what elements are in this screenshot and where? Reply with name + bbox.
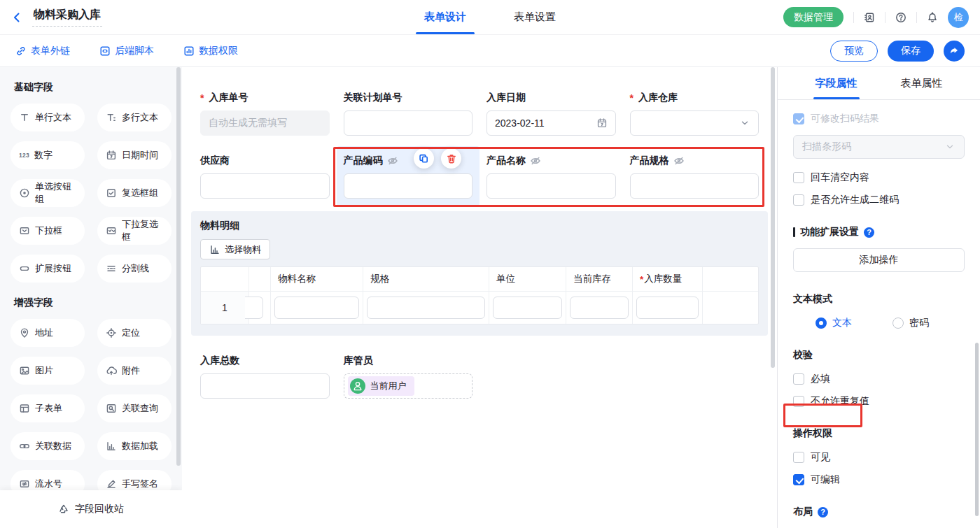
tab-form-design[interactable]: 表单设计 — [424, 0, 466, 34]
radio-password-mode[interactable]: 密码 — [892, 317, 929, 329]
tab-form-properties[interactable]: 表单属性 — [901, 67, 943, 99]
field-inbound-date[interactable]: 入库日期 2023-02-11 — [486, 91, 616, 136]
plan-no-input[interactable] — [344, 110, 473, 136]
add-action-button[interactable]: 添加操作 — [793, 248, 965, 272]
help-icon[interactable]: ? — [864, 227, 874, 238]
option-required[interactable]: 必填 — [793, 373, 965, 385]
form-title[interactable]: 物料采购入库 — [32, 8, 102, 27]
section-text-mode: 文本模式 — [793, 293, 965, 306]
field-pill-关联查询[interactable]: 关联查询 — [97, 394, 172, 422]
checkbox-enter-clear[interactable] — [793, 172, 804, 183]
current-user-tag[interactable]: 当前用户 — [348, 376, 414, 396]
keeper-member-picker[interactable]: 当前用户 — [344, 373, 473, 399]
user-avatar[interactable]: 检 — [948, 7, 969, 28]
delete-field-button[interactable] — [441, 148, 461, 169]
field-pill-单行文本[interactable]: 单行文本 — [10, 104, 85, 131]
subform-cell-input[interactable] — [274, 297, 359, 319]
share-button[interactable] — [944, 41, 965, 62]
field-pill-数据加载[interactable]: 数据加载 — [97, 432, 172, 460]
field-pill-多行文本[interactable]: 多行文本 — [97, 104, 172, 131]
tab-field-properties[interactable]: 字段属性 — [816, 67, 858, 99]
backend-script-action[interactable]: 后端脚本 — [99, 45, 154, 57]
canvas-scrollbar[interactable] — [771, 67, 775, 368]
warehouse-select[interactable] — [630, 110, 760, 136]
select-material-button[interactable]: 选择物料 — [200, 239, 270, 259]
field-pill-下拉框[interactable]: 下拉框 — [10, 217, 85, 245]
field-pill-定位[interactable]: 定位 — [97, 319, 172, 347]
field-product-code-selected[interactable]: 产品编码 — [337, 146, 480, 206]
section-layout: 布局 ? — [793, 506, 965, 518]
option-visible[interactable]: 可见 — [793, 451, 965, 464]
field-inbound-no[interactable]: *入库单号 自动生成无需填写 — [200, 91, 330, 136]
radio-text-mode[interactable]: 文本 — [816, 317, 852, 329]
field-pill-扩展按钮[interactable]: 扩展按钮 — [10, 255, 85, 283]
preview-button[interactable]: 预览 — [830, 41, 878, 62]
radio-text[interactable] — [816, 317, 827, 329]
material-detail-subform[interactable]: 物料明细 选择物料 1物料名称规格单位当前库存*入库数量 — [191, 211, 768, 336]
radio-password[interactable] — [892, 317, 904, 329]
tab-form-settings[interactable]: 表单设置 — [514, 0, 556, 34]
checkbox-visible[interactable] — [793, 452, 804, 463]
subform-cell-input[interactable] — [570, 297, 629, 319]
field-pill-地址[interactable]: 地址 — [10, 319, 85, 347]
panel-scrollbar[interactable] — [975, 343, 979, 516]
notification-bell-icon[interactable] — [927, 12, 938, 23]
save-button[interactable]: 保存 — [888, 41, 934, 62]
subform-cell-input[interactable] — [636, 297, 699, 319]
field-pill-附件[interactable]: 附件 — [97, 357, 172, 385]
subform-cell-input[interactable] — [367, 297, 485, 319]
product-spec-input[interactable] — [630, 173, 760, 199]
checkbox-allow-qrcode[interactable] — [793, 194, 804, 206]
option-no-duplicate[interactable]: 不允许重复值 — [793, 395, 965, 408]
supplier-input[interactable] — [200, 173, 330, 199]
data-permission-action[interactable]: 数据权限 — [183, 45, 238, 57]
option-editable[interactable]: 可编辑 — [793, 473, 965, 486]
copy-field-button[interactable] — [414, 148, 434, 169]
divider — [853, 12, 854, 23]
field-plan-no[interactable]: 关联计划单号 — [344, 91, 473, 136]
field-pill-label: 多行文本 — [122, 111, 158, 124]
field-product-spec[interactable]: 产品规格 — [630, 154, 760, 199]
field-supplier[interactable]: 供应商 — [200, 154, 330, 199]
option-enter-clear[interactable]: 回车清空内容 — [793, 171, 965, 184]
help-icon[interactable] — [895, 12, 906, 23]
field-pill-复选框组[interactable]: 复选框组 — [97, 179, 172, 207]
field-inbound-total[interactable]: 入库总数 — [200, 354, 330, 399]
field-pill-关联数据[interactable]: 关联数据 — [10, 432, 85, 460]
checkbox-no-duplicate[interactable] — [793, 396, 804, 407]
field-warehouse[interactable]: *入库仓库 — [630, 91, 760, 136]
inbound-no-input[interactable]: 自动生成无需填写 — [200, 110, 330, 136]
checkbox-scan-result[interactable] — [793, 113, 804, 124]
help-icon[interactable]: ? — [818, 507, 828, 518]
section-permission: 操作权限 — [793, 427, 965, 440]
external-link-action[interactable]: 表单外链 — [15, 45, 70, 57]
field-pill-单选按钮组[interactable]: 单选按钮组 — [10, 179, 85, 207]
checkbox-editable[interactable] — [793, 474, 804, 485]
option-editable-scan-result[interactable]: 可修改扫码结果 — [793, 113, 965, 125]
scan-type-select[interactable]: 扫描条形码 — [793, 135, 965, 159]
product-code-input[interactable] — [344, 173, 473, 199]
subform-column-header: 当前库存 — [566, 267, 632, 292]
field-label: 产品名称 — [486, 155, 526, 167]
inbound-total-input[interactable] — [200, 373, 330, 399]
field-pill-图片[interactable]: 图片 — [10, 357, 85, 385]
field-pill-下拉复选框[interactable]: 下拉复选框 — [97, 217, 172, 245]
address-book-icon[interactable] — [864, 12, 875, 23]
subform-cell-input[interactable] — [493, 297, 562, 319]
sidebar-scrollbar[interactable] — [176, 67, 181, 466]
field-recycle-bin[interactable]: 字段回收站 — [0, 490, 182, 528]
field-pill-分割线[interactable]: 分割线 — [97, 255, 172, 283]
field-pill-数字[interactable]: 123数字 — [10, 141, 85, 169]
data-manage-button[interactable]: 数据管理 — [783, 7, 844, 27]
checkbox-required[interactable] — [793, 373, 804, 385]
product-name-input[interactable] — [486, 173, 616, 199]
inbound-date-input[interactable]: 2023-02-11 — [486, 110, 616, 136]
clipped-cell-input[interactable] — [245, 297, 263, 319]
field-warehouse-keeper[interactable]: 库管员 当前用户 — [344, 354, 473, 399]
option-allow-qrcode[interactable]: 是否允许生成二维码 — [793, 194, 965, 206]
field-product-name[interactable]: 产品名称 — [486, 154, 616, 199]
back-icon[interactable] — [11, 12, 22, 23]
field-pill-子表单[interactable]: 子表单 — [10, 394, 85, 422]
field-pill-日期时间[interactable]: 日期时间 — [97, 141, 172, 169]
subform-column: 1 — [201, 267, 249, 324]
